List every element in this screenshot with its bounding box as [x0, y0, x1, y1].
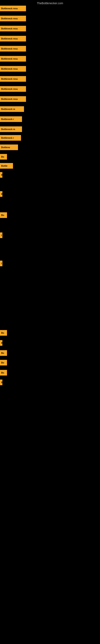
bar-label: Bottleneck r	[0, 116, 22, 122]
bar-label: Bo	[0, 212, 7, 218]
bar-label: B	[0, 340, 2, 346]
bar-label: Bottleneck resu	[0, 56, 26, 62]
bar-item: I	[0, 260, 2, 266]
bar-label: Bottleneck resu	[0, 46, 26, 52]
bar-item: Bo	[0, 350, 7, 356]
bar-label: Bo	[0, 350, 7, 356]
bar-item: Bottleneck resu	[0, 96, 26, 102]
bar-label: Bo	[0, 154, 7, 160]
bar-item: Bo	[0, 370, 7, 376]
bar-item: Bottleneck re	[0, 106, 24, 112]
bar-item: Bottleneck resu	[0, 56, 26, 62]
bar-item: Bottlene	[0, 144, 18, 150]
bar-item: Bo	[0, 154, 7, 160]
bar-item: Bottleneck re	[0, 126, 22, 132]
bar-item: Bottleneck resu	[0, 86, 26, 92]
bar-label: Bottleneck resu	[0, 36, 26, 42]
bar-label: B	[0, 380, 2, 385]
bar-item: Bottleneck resu	[0, 66, 26, 72]
bar-item: I	[0, 232, 2, 238]
bar-item: Bottleneck resu	[0, 16, 26, 21]
bar-label: I	[0, 232, 2, 238]
bar-label: Bottlene	[0, 144, 18, 150]
bar-label: Bottleneck resu	[0, 86, 26, 92]
bar-item: Bottle	[0, 163, 13, 169]
bar-item: B	[0, 172, 2, 178]
bar-label: Bottleneck resu	[0, 16, 26, 21]
bar-label: Bottleneck resu	[0, 6, 26, 11]
bar-item: Bottleneck resu	[0, 76, 26, 82]
bar-label: Bottleneck resu	[0, 26, 26, 32]
bar-item: Bottleneck r	[0, 116, 22, 122]
bar-item: Bottleneck resu	[0, 46, 26, 52]
bar-label: Bottleneck re	[0, 106, 24, 112]
bar-label: Bottleneck resu	[0, 76, 26, 82]
bar-item: B	[0, 191, 2, 197]
bar-item: Bo	[0, 360, 7, 366]
bar-label: Bo	[0, 360, 7, 366]
bar-item: Bottleneck resu	[0, 6, 26, 11]
bar-label: Bottle	[0, 163, 13, 169]
bar-label: Bottleneck resu	[0, 66, 26, 72]
bar-label: Bo	[0, 370, 7, 376]
bar-label: Bottleneck re	[0, 126, 22, 132]
bar-item: B	[0, 380, 2, 385]
bar-item: Bo	[0, 212, 7, 218]
bar-label: B	[0, 172, 2, 178]
bar-label: Bottleneck resu	[0, 96, 26, 102]
bar-item: Bottleneck r	[0, 135, 21, 141]
bar-label: Bo	[0, 330, 7, 336]
bar-label: B	[0, 191, 2, 197]
bar-item: Bottleneck resu	[0, 36, 26, 42]
bar-label: Bottleneck r	[0, 135, 21, 141]
bar-label: I	[0, 260, 2, 266]
bar-item: Bottleneck resu	[0, 26, 26, 32]
bar-item: Bo	[0, 330, 7, 336]
bar-item: B	[0, 340, 2, 346]
